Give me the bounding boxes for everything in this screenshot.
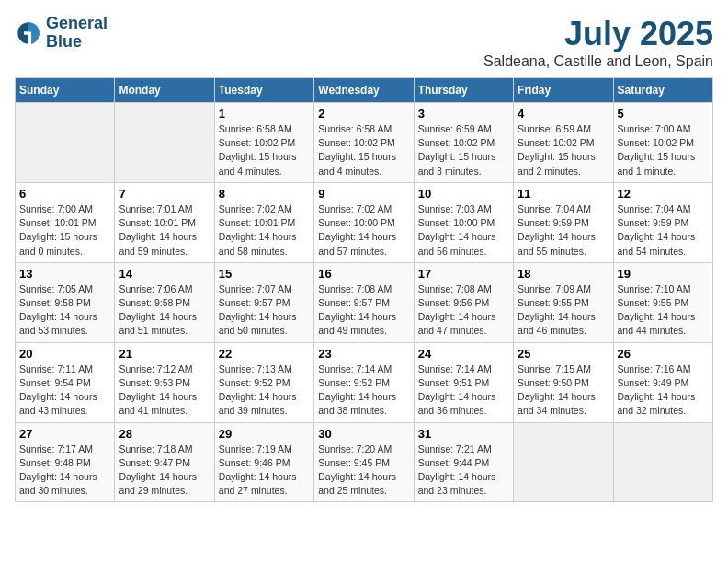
calendar-day-cell: 2Sunrise: 6:58 AMSunset: 10:02 PMDayligh… [314,103,414,183]
day-info: Sunrise: 6:59 AMSunset: 10:02 PMDaylight… [518,122,609,178]
calendar-day-cell: 21Sunrise: 7:12 AMSunset: 9:53 PMDayligh… [115,342,214,422]
calendar-week-row: 27Sunrise: 7:17 AMSunset: 9:48 PMDayligh… [16,422,713,502]
day-info: Sunrise: 7:00 AMSunset: 10:01 PMDaylight… [19,202,110,259]
day-number: 5 [618,107,709,121]
day-info: Sunrise: 6:58 AMSunset: 10:02 PMDaylight… [318,122,409,178]
day-number: 25 [518,347,609,361]
day-number: 19 [618,267,709,281]
day-number: 6 [19,187,110,201]
day-info: Sunrise: 7:17 AMSunset: 9:48 PMDaylight:… [19,442,110,499]
day-info: Sunrise: 7:04 AMSunset: 9:59 PMDaylight:… [618,202,709,259]
logo-line2: Blue [46,33,108,52]
logo: General Blue [15,15,108,52]
page-header: General Blue July 2025 Saldeana, Castill… [15,15,713,70]
day-number: 17 [418,267,509,281]
calendar-day-cell: 9Sunrise: 7:02 AMSunset: 10:00 PMDayligh… [314,182,414,262]
day-number: 2 [318,107,409,121]
day-info: Sunrise: 7:13 AMSunset: 9:52 PMDaylight:… [219,362,310,419]
calendar-day-cell: 28Sunrise: 7:18 AMSunset: 9:47 PMDayligh… [115,422,214,502]
logo-line1: General [46,15,108,33]
day-number: 22 [219,347,310,361]
logo-icon [15,19,42,47]
day-info: Sunrise: 7:21 AMSunset: 9:44 PMDaylight:… [418,442,509,499]
calendar-day-cell [613,422,712,502]
day-number: 16 [318,267,409,281]
calendar-day-cell: 14Sunrise: 7:06 AMSunset: 9:58 PMDayligh… [115,262,214,342]
day-info: Sunrise: 7:06 AMSunset: 9:58 PMDaylight:… [119,282,210,339]
day-number: 1 [219,107,310,121]
day-info: Sunrise: 7:00 AMSunset: 10:02 PMDaylight… [618,122,709,178]
weekday-header-row: SundayMondayTuesdayWednesdayThursdayFrid… [16,78,713,103]
weekday-header-monday: Monday [115,78,214,103]
calendar-day-cell: 8Sunrise: 7:02 AMSunset: 10:01 PMDayligh… [214,182,313,262]
calendar-day-cell: 11Sunrise: 7:04 AMSunset: 9:59 PMDayligh… [514,182,613,262]
calendar-day-cell: 15Sunrise: 7:07 AMSunset: 9:57 PMDayligh… [214,262,313,342]
calendar-day-cell: 17Sunrise: 7:08 AMSunset: 9:56 PMDayligh… [414,262,513,342]
weekday-header-sunday: Sunday [16,78,115,103]
calendar-day-cell: 30Sunrise: 7:20 AMSunset: 9:45 PMDayligh… [314,422,414,502]
calendar-day-cell: 19Sunrise: 7:10 AMSunset: 9:55 PMDayligh… [613,262,712,342]
day-number: 26 [618,347,709,361]
calendar-day-cell: 24Sunrise: 7:14 AMSunset: 9:51 PMDayligh… [414,342,513,422]
day-info: Sunrise: 7:08 AMSunset: 9:57 PMDaylight:… [318,282,409,339]
day-number: 21 [119,347,210,361]
day-number: 18 [518,267,609,281]
day-info: Sunrise: 7:05 AMSunset: 9:58 PMDaylight:… [19,282,110,339]
day-number: 13 [19,267,110,281]
day-number: 4 [518,107,609,121]
day-info: Sunrise: 7:07 AMSunset: 9:57 PMDaylight:… [219,282,310,339]
calendar-day-cell: 6Sunrise: 7:00 AMSunset: 10:01 PMDayligh… [16,182,115,262]
weekday-header-tuesday: Tuesday [214,78,313,103]
day-info: Sunrise: 7:02 AMSunset: 10:01 PMDaylight… [219,202,310,259]
day-number: 27 [19,427,110,441]
day-info: Sunrise: 7:15 AMSunset: 9:50 PMDaylight:… [518,362,609,419]
day-info: Sunrise: 7:09 AMSunset: 9:55 PMDaylight:… [518,282,609,339]
calendar-day-cell: 27Sunrise: 7:17 AMSunset: 9:48 PMDayligh… [16,422,115,502]
weekday-header-thursday: Thursday [414,78,513,103]
day-info: Sunrise: 7:03 AMSunset: 10:00 PMDaylight… [418,202,509,259]
day-info: Sunrise: 7:14 AMSunset: 9:51 PMDaylight:… [418,362,509,419]
day-number: 14 [119,267,210,281]
logo-text: General Blue [46,15,108,52]
calendar-day-cell: 26Sunrise: 7:16 AMSunset: 9:49 PMDayligh… [613,342,712,422]
calendar-day-cell: 16Sunrise: 7:08 AMSunset: 9:57 PMDayligh… [314,262,414,342]
day-number: 3 [418,107,509,121]
day-number: 11 [518,187,609,201]
day-info: Sunrise: 7:16 AMSunset: 9:49 PMDaylight:… [618,362,709,419]
day-info: Sunrise: 7:04 AMSunset: 9:59 PMDaylight:… [518,202,609,259]
day-number: 7 [119,187,210,201]
calendar-week-row: 1Sunrise: 6:58 AMSunset: 10:02 PMDayligh… [16,103,713,183]
calendar-day-cell: 25Sunrise: 7:15 AMSunset: 9:50 PMDayligh… [514,342,613,422]
calendar-day-cell: 10Sunrise: 7:03 AMSunset: 10:00 PMDaylig… [414,182,513,262]
calendar-day-cell [115,103,214,183]
weekday-header-saturday: Saturday [613,78,712,103]
location-title: Saldeana, Castille and Leon, Spain [483,53,713,70]
calendar-day-cell: 12Sunrise: 7:04 AMSunset: 9:59 PMDayligh… [613,182,712,262]
day-info: Sunrise: 7:08 AMSunset: 9:56 PMDaylight:… [418,282,509,339]
day-number: 31 [418,427,509,441]
day-number: 30 [318,427,409,441]
day-info: Sunrise: 7:11 AMSunset: 9:54 PMDaylight:… [19,362,110,419]
calendar-day-cell [514,422,613,502]
title-area: July 2025 Saldeana, Castille and Leon, S… [483,15,713,70]
calendar-week-row: 13Sunrise: 7:05 AMSunset: 9:58 PMDayligh… [16,262,713,342]
day-info: Sunrise: 7:19 AMSunset: 9:46 PMDaylight:… [219,442,310,499]
calendar-day-cell: 4Sunrise: 6:59 AMSunset: 10:02 PMDayligh… [514,103,613,183]
day-info: Sunrise: 7:14 AMSunset: 9:52 PMDaylight:… [318,362,409,419]
calendar-week-row: 20Sunrise: 7:11 AMSunset: 9:54 PMDayligh… [16,342,713,422]
day-number: 8 [219,187,310,201]
day-number: 10 [418,187,509,201]
calendar-week-row: 6Sunrise: 7:00 AMSunset: 10:01 PMDayligh… [16,182,713,262]
day-info: Sunrise: 7:20 AMSunset: 9:45 PMDaylight:… [318,442,409,499]
calendar-table: SundayMondayTuesdayWednesdayThursdayFrid… [15,77,713,502]
day-info: Sunrise: 7:10 AMSunset: 9:55 PMDaylight:… [618,282,709,339]
calendar-day-cell: 29Sunrise: 7:19 AMSunset: 9:46 PMDayligh… [214,422,313,502]
calendar-day-cell: 31Sunrise: 7:21 AMSunset: 9:44 PMDayligh… [414,422,513,502]
weekday-header-friday: Friday [514,78,613,103]
day-info: Sunrise: 6:59 AMSunset: 10:02 PMDaylight… [418,122,509,178]
calendar-day-cell: 22Sunrise: 7:13 AMSunset: 9:52 PMDayligh… [214,342,313,422]
day-number: 9 [318,187,409,201]
day-info: Sunrise: 7:18 AMSunset: 9:47 PMDaylight:… [119,442,210,499]
calendar-day-cell: 23Sunrise: 7:14 AMSunset: 9:52 PMDayligh… [314,342,414,422]
calendar-day-cell: 7Sunrise: 7:01 AMSunset: 10:01 PMDayligh… [115,182,214,262]
